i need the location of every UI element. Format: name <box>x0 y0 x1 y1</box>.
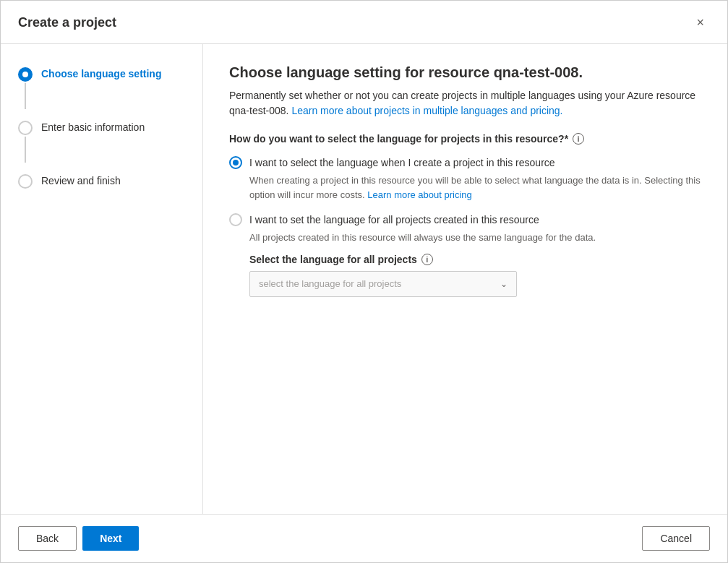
question-info-icon[interactable]: i <box>573 133 584 145</box>
radio-desc-2: All projects created in this resource wi… <box>249 231 701 245</box>
step-1-line <box>25 83 26 109</box>
close-button[interactable]: × <box>690 12 710 33</box>
radio-row-2[interactable]: I want to set the language for all proje… <box>229 213 701 226</box>
step-3-indicator <box>18 174 33 189</box>
step-2-label: Enter basic information <box>41 121 145 133</box>
step-1-label: Choose language setting <box>41 67 161 79</box>
step-1-indicator <box>18 67 33 109</box>
sidebar: Choose language setting Enter basic info… <box>1 44 203 514</box>
radio-label-1: I want to select the language when I cre… <box>249 157 555 168</box>
radio-desc-1-link[interactable]: Learn more about pricing <box>367 189 472 200</box>
step-2-indicator <box>18 121 33 163</box>
chevron-down-icon: ⌄ <box>500 279 508 289</box>
sub-option-info-icon[interactable]: i <box>421 254 433 265</box>
radio-desc-1: When creating a project in this resource… <box>249 173 701 202</box>
radio-option-2: I want to set the language for all proje… <box>229 213 701 297</box>
back-button[interactable]: Back <box>18 526 77 551</box>
radio-row-1[interactable]: I want to select the language when I cre… <box>229 156 701 169</box>
sidebar-item-choose-language[interactable]: Choose language setting <box>1 61 202 115</box>
radio-option-1: I want to select the language when I cre… <box>229 156 701 202</box>
question-label: How do you want to select the language f… <box>229 133 701 145</box>
radio-btn-1[interactable] <box>229 156 242 169</box>
sidebar-item-basic-info[interactable]: Enter basic information <box>1 115 202 168</box>
radio-desc-2-text: All projects created in this resource wi… <box>249 232 596 243</box>
step-2-line <box>25 137 26 163</box>
step-3-circle <box>18 174 33 189</box>
radio-desc-1-text: When creating a project in this resource… <box>249 175 701 200</box>
main-content: Choose language setting for resource qna… <box>203 44 727 514</box>
dialog-body: Choose language setting Enter basic info… <box>1 44 727 514</box>
dialog-title: Create a project <box>18 15 116 30</box>
page-title: Choose language setting for resource qna… <box>229 64 701 81</box>
dialog-header: Create a project × <box>1 1 727 44</box>
next-button[interactable]: Next <box>82 526 139 551</box>
sub-option: Select the language for all projects i s… <box>249 254 701 297</box>
cancel-button[interactable]: Cancel <box>642 526 710 551</box>
description: Permanently set whether or not you can c… <box>229 88 701 119</box>
footer-left-buttons: Back Next <box>18 526 139 551</box>
step-2-circle <box>18 121 33 135</box>
sidebar-item-review[interactable]: Review and finish <box>1 168 202 194</box>
language-dropdown[interactable]: select the language for all projects ⌄ <box>249 271 517 297</box>
dropdown-placeholder: select the language for all projects <box>259 278 401 289</box>
sub-option-label: Select the language for all projects i <box>249 254 701 265</box>
create-project-dialog: Create a project × Choose language setti… <box>0 0 728 563</box>
step-1-circle <box>18 67 33 82</box>
radio-label-2: I want to set the language for all proje… <box>249 214 539 225</box>
radio-btn-2[interactable] <box>229 213 242 226</box>
description-link[interactable]: Learn more about projects in multiple la… <box>291 105 562 116</box>
dialog-footer: Back Next Cancel <box>1 514 727 562</box>
step-3-label: Review and finish <box>41 174 121 186</box>
